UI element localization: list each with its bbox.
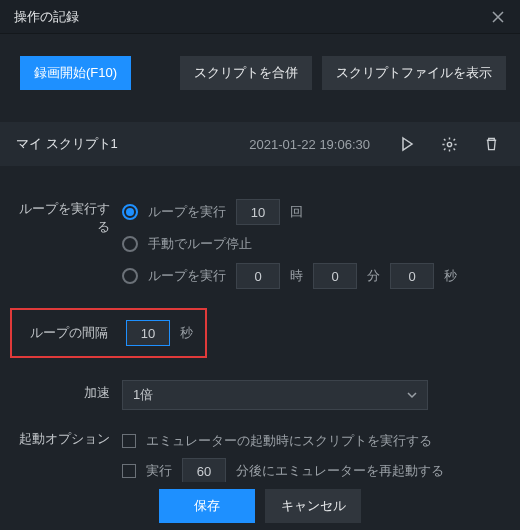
titlebar: 操作の記録: [0, 0, 520, 34]
loop-mode-row: ループを実行する ループを実行 回 手動でループ停止 ループを実行 時 分 秒: [18, 196, 502, 292]
restart-after-prefix: 実行: [146, 462, 172, 480]
interval-label: ループの間隔: [24, 324, 116, 342]
accel-label: 加速: [18, 380, 122, 402]
accel-row: 加速 1倍: [18, 380, 502, 410]
radio-loop-manual[interactable]: [122, 236, 138, 252]
loop-hours-input[interactable]: [236, 263, 280, 289]
restart-after-suffix: 分後にエミュレーターを再起動する: [236, 462, 444, 480]
startup-label: 起動オプション: [18, 426, 122, 448]
gear-icon[interactable]: [436, 131, 462, 157]
settings-body: ループを実行する ループを実行 回 手動でループ停止 ループを実行 時 分 秒: [0, 166, 520, 512]
loop-time-prefix: ループを実行: [148, 267, 226, 285]
startup-row: 起動オプション エミュレーターの起動時にスクリプトを実行する 実行 分後にエミュ…: [18, 426, 502, 486]
loop-interval-highlight: ループの間隔 秒: [10, 308, 207, 358]
script-row: マイ スクリプト1 2021-01-22 19:06:30: [0, 122, 520, 166]
trash-icon[interactable]: [478, 131, 504, 157]
script-timestamp: 2021-01-22 19:06:30: [249, 137, 370, 152]
loop-hours-unit: 時: [290, 267, 303, 285]
loop-seconds-unit: 秒: [444, 267, 457, 285]
svg-point-0: [447, 142, 451, 146]
loop-interval-row: ループの間隔 秒: [18, 308, 502, 358]
loop-seconds-input[interactable]: [390, 263, 434, 289]
loop-count-prefix: ループを実行: [148, 203, 226, 221]
toolbar: 録画開始(F10) スクリプトを合併 スクリプトファイルを表示: [0, 34, 520, 106]
merge-script-button[interactable]: スクリプトを合併: [180, 56, 312, 90]
loop-label: ループを実行する: [18, 196, 122, 235]
checkbox-run-on-start[interactable]: [122, 434, 136, 448]
record-start-button[interactable]: 録画開始(F10): [20, 56, 131, 90]
accel-select[interactable]: 1倍: [122, 380, 428, 410]
chevron-down-icon: [407, 390, 417, 400]
radio-loop-time[interactable]: [122, 268, 138, 284]
loop-count-suffix: 回: [290, 203, 303, 221]
script-name: マイ スクリプト1: [16, 135, 118, 153]
loop-manual-label: 手動でループ停止: [148, 235, 252, 253]
close-icon[interactable]: [486, 5, 510, 29]
window-title: 操作の記録: [14, 8, 79, 26]
show-script-file-button[interactable]: スクリプトファイルを表示: [322, 56, 506, 90]
checkbox-restart-after[interactable]: [122, 464, 136, 478]
play-icon[interactable]: [394, 131, 420, 157]
loop-minutes-unit: 分: [367, 267, 380, 285]
loop-count-input[interactable]: [236, 199, 280, 225]
cancel-button[interactable]: キャンセル: [265, 489, 361, 523]
interval-unit: 秒: [180, 324, 193, 342]
run-on-start-label: エミュレーターの起動時にスクリプトを実行する: [146, 432, 432, 450]
radio-loop-count[interactable]: [122, 204, 138, 220]
accel-value: 1倍: [133, 386, 153, 404]
footer: 保存 キャンセル: [0, 482, 520, 530]
interval-input[interactable]: [126, 320, 170, 346]
save-button[interactable]: 保存: [159, 489, 255, 523]
loop-minutes-input[interactable]: [313, 263, 357, 289]
restart-after-input[interactable]: [182, 458, 226, 484]
